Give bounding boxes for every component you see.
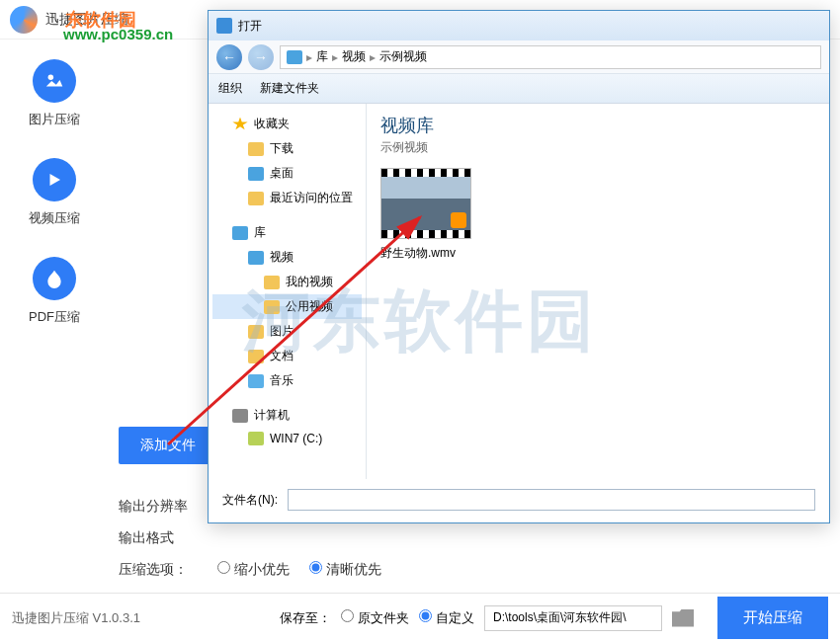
music-icon: [248, 374, 264, 388]
star-icon: [232, 118, 248, 131]
dialog-toolbar: 组织 新建文件夹: [209, 74, 829, 104]
version-label: 迅捷图片压缩 V1.0.3.1: [12, 609, 140, 627]
image-icon: [33, 59, 76, 103]
file-open-dialog: 打开 ← → ▸ 库 ▸ 视频 ▸ 示例视频 组织 新建文件夹 收藏夹 下载 桌…: [208, 10, 830, 523]
file-name: 野生动物.wmv: [380, 245, 815, 262]
tree-computer[interactable]: 计算机: [212, 403, 362, 428]
radio-small-first[interactable]: 缩小优先: [217, 561, 290, 579]
path-input[interactable]: [484, 605, 662, 631]
sidebar-item-pdf[interactable]: PDF压缩: [0, 257, 109, 326]
computer-icon: [232, 409, 248, 423]
file-item[interactable]: 野生动物.wmv: [380, 168, 815, 262]
tree-music[interactable]: 音乐: [212, 368, 362, 393]
sidebar-item-image[interactable]: 图片压缩: [0, 59, 109, 128]
tree-library[interactable]: 库: [212, 220, 362, 245]
tree-publicvideos[interactable]: 公用视频: [212, 294, 362, 319]
tree-videos[interactable]: 视频: [212, 245, 362, 270]
compress-label: 压缩选项：: [119, 561, 198, 579]
folder-icon: [264, 276, 280, 289]
pdf-icon: [33, 257, 76, 300]
radio-custom-folder[interactable]: 自定义: [419, 609, 474, 627]
folder-icon: [248, 325, 264, 339]
dialog-titlebar[interactable]: 打开: [209, 11, 829, 40]
tree-myvideos[interactable]: 我的视频: [212, 270, 362, 294]
tree-documents[interactable]: 文档: [212, 344, 362, 368]
filename-label: 文件名(N):: [222, 492, 278, 509]
watermark-url: www.pc0359.cn: [63, 26, 173, 42]
nav-forward-icon[interactable]: →: [248, 44, 274, 70]
tree-downloads[interactable]: 下载: [212, 136, 362, 161]
start-compress-button[interactable]: 开始压缩: [717, 597, 828, 639]
library-icon: [232, 226, 248, 240]
video-thumbnail[interactable]: [380, 168, 471, 239]
play-overlay-icon: [451, 212, 466, 228]
footer: 迅捷图片压缩 V1.0.3.1 保存至： 原文件夹 自定义 开始压缩: [0, 593, 840, 642]
breadcrumb[interactable]: ▸ 库 ▸ 视频 ▸ 示例视频: [280, 45, 821, 69]
folder-icon: [248, 142, 264, 156]
dialog-icon: [216, 18, 232, 34]
add-file-button[interactable]: 添加文件: [119, 427, 217, 464]
new-folder-button[interactable]: 新建文件夹: [260, 80, 319, 97]
app-window: 迅捷图片压缩 👤登录/注册 V购买VIP 💬联系客服 ?帮助 — ✕ 图片压缩 …: [0, 0, 840, 642]
resolution-label: 输出分辨率: [119, 498, 198, 516]
nav-back-icon[interactable]: ←: [216, 44, 242, 70]
sidebar-item-video[interactable]: 视频压缩: [0, 158, 109, 227]
dialog-nav: ← → ▸ 库 ▸ 视频 ▸ 示例视频: [209, 40, 829, 74]
filename-input[interactable]: [288, 489, 815, 511]
library-subtitle: 示例视频: [380, 139, 815, 156]
folder-icon: [248, 350, 264, 363]
folder-icon: [264, 300, 280, 314]
desktop-icon: [248, 167, 264, 181]
tree-favorites[interactable]: 收藏夹: [212, 112, 362, 136]
tree-recent[interactable]: 最近访问的位置: [212, 186, 362, 210]
tree-desktop[interactable]: 桌面: [212, 161, 362, 186]
folder-tree: 收藏夹 下载 桌面 最近访问的位置 库 视频 我的视频 公用视频 图片 文档 音…: [209, 104, 367, 479]
library-title: 视频库: [380, 114, 815, 137]
app-logo-icon: [10, 6, 38, 34]
format-label: 输出格式: [119, 529, 198, 547]
svg-point-0: [48, 75, 54, 81]
folder-icon: [248, 192, 264, 205]
library-icon: [287, 50, 302, 64]
browse-folder-icon[interactable]: [672, 609, 694, 627]
file-list: 视频库 示例视频 野生动物.wmv: [367, 104, 829, 479]
dialog-footer: 文件名(N):: [209, 479, 829, 521]
drive-icon: [248, 432, 264, 445]
video-icon: [33, 158, 76, 201]
radio-clear-first[interactable]: 清晰优先: [309, 561, 381, 579]
sidebar: 图片压缩 视频压缩 PDF压缩: [0, 40, 109, 593]
video-folder-icon: [248, 251, 264, 265]
tree-pictures[interactable]: 图片: [212, 319, 362, 344]
radio-original-folder[interactable]: 原文件夹: [341, 609, 409, 627]
tree-drive-c[interactable]: WIN7 (C:): [212, 428, 362, 449]
organize-menu[interactable]: 组织: [218, 80, 242, 97]
save-to-label: 保存至：: [280, 609, 331, 627]
